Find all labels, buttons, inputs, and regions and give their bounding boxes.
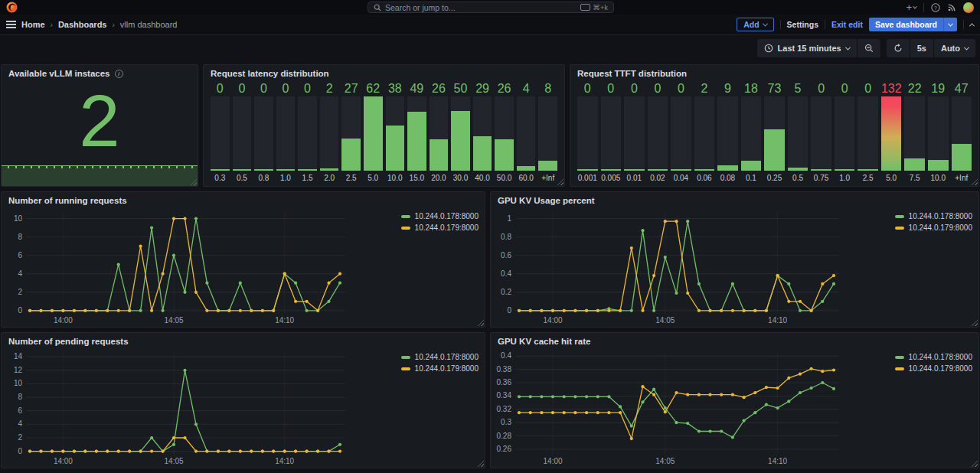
gpu-kv-cache-hit-rate-chart: 0.260.280.30.320.340.360.380.414:0014:05…: [494, 347, 975, 466]
bar-track: [648, 96, 668, 171]
legend-item[interactable]: 10.244.0.179:8000: [401, 223, 479, 232]
panel-title[interactable]: Number of pending requests: [2, 333, 485, 347]
bar-track: [430, 96, 449, 171]
stat-sparkline: [2, 165, 198, 186]
divider: [780, 20, 781, 29]
panel-title[interactable]: GPU KV cache hit rate: [491, 333, 978, 347]
top-nav: Search or jump to... ⌘+k + ?: [0, 0, 980, 15]
bar-track: [952, 96, 972, 171]
svg-text:0.34: 0.34: [497, 391, 512, 400]
bar-fill: [538, 161, 557, 171]
bar-track: [835, 96, 855, 171]
bar-fill: [320, 168, 339, 171]
refresh-mode-picker[interactable]: Auto: [934, 39, 975, 57]
bar-column: 01.0: [835, 81, 855, 183]
bar-fill: [788, 168, 808, 171]
breadcrumb-current[interactable]: vllm dashboard: [120, 20, 178, 29]
save-options-caret[interactable]: [943, 18, 957, 31]
bar-value: 73: [764, 81, 785, 96]
running-requests-chart: 024681014:0014:0514:1010.244.0.178:80001…: [5, 207, 482, 325]
panel-gpu-kv-usage: GPU KV Usage percent 00.20.40.60.8114:00…: [490, 191, 979, 328]
svg-text:14:00: 14:00: [54, 316, 73, 325]
collapse-toolbar-icon[interactable]: [969, 23, 975, 28]
help-icon[interactable]: ?: [931, 3, 940, 12]
bar-column: 180.1: [741, 81, 762, 183]
panel-title[interactable]: GPU KV Usage percent: [491, 192, 978, 206]
legend-series-color: [895, 227, 904, 230]
bar-label: 5.0: [881, 171, 902, 183]
svg-text:0.8: 0.8: [501, 233, 511, 241]
svg-text:14:05: 14:05: [165, 457, 184, 465]
legend-item[interactable]: 10.244.0.179:8000: [895, 223, 972, 232]
legend-item[interactable]: 10.244.0.178:8000: [401, 353, 479, 361]
bar-label: 0.06: [694, 171, 715, 183]
bar-fill: [233, 169, 252, 171]
legend-item[interactable]: 10.244.0.178:8000: [895, 353, 972, 361]
menu-toggle-icon[interactable]: [6, 21, 16, 28]
bar-label: 7.5: [904, 171, 925, 183]
legend-item[interactable]: 10.244.0.178:8000: [401, 212, 479, 220]
settings-button[interactable]: Settings: [787, 20, 818, 29]
divider: [963, 20, 964, 29]
bar-value: 132: [881, 81, 902, 96]
bar-label: 30.0: [451, 171, 470, 183]
bar-track: [694, 96, 715, 171]
add-button[interactable]: Add: [737, 18, 773, 31]
bar-value: 5: [788, 81, 808, 96]
bar-label: 0.005: [601, 171, 622, 183]
legend-series-color: [401, 356, 410, 359]
legend-item[interactable]: 10.244.0.179:8000: [895, 364, 972, 373]
panel-title[interactable]: Request latency distribution: [204, 65, 564, 79]
bar-fill: [276, 169, 296, 171]
legend-item[interactable]: 10.244.0.178:8000: [895, 212, 972, 220]
svg-text:1: 1: [507, 214, 511, 223]
bar-track: [386, 96, 405, 171]
chart-legend: 10.244.0.178:800010.244.0.179:8000: [401, 353, 479, 373]
search-input[interactable]: Search or jump to... ⌘+k: [368, 2, 614, 13]
refresh-interval-label[interactable]: 5s: [910, 39, 933, 57]
news-rss-icon[interactable]: [947, 3, 956, 12]
bar-fill: [904, 158, 925, 171]
legend-series-color: [401, 227, 410, 230]
bar-value: 9: [717, 81, 738, 96]
zoom-out-button[interactable]: [858, 39, 880, 57]
panel-title[interactable]: Number of running requests: [2, 192, 485, 206]
refresh-button[interactable]: [887, 39, 910, 57]
bar-label: 2.5: [858, 171, 878, 183]
bar-column: 22.0: [320, 81, 339, 183]
time-range-picker[interactable]: Last 15 minutes: [757, 39, 857, 57]
svg-text:0.38: 0.38: [497, 365, 512, 374]
bar-label: 0.5: [233, 171, 252, 183]
exit-edit-button[interactable]: Exit edit: [831, 20, 863, 29]
bar-column: 1910.0: [928, 81, 949, 183]
panel-title[interactable]: Request TTFT distribution: [570, 65, 978, 79]
time-controls: Last 15 minutes 5s Auto: [0, 35, 980, 61]
bar-track: [741, 96, 762, 171]
bar-label: 0.8: [254, 171, 273, 183]
grafana-logo-icon[interactable]: [6, 2, 18, 13]
svg-text:0.32: 0.32: [497, 405, 512, 413]
save-dashboard-button[interactable]: Save dashboard: [869, 18, 957, 31]
chart-legend: 10.244.0.178:800010.244.0.179:8000: [895, 212, 972, 232]
bar-label: 10.0: [928, 171, 949, 183]
bar-fill: [601, 169, 622, 171]
bar-column: 4915.0: [407, 81, 426, 183]
legend-series-label: 10.244.0.178:8000: [909, 353, 972, 361]
legend-item[interactable]: 10.244.0.179:8000: [401, 364, 479, 373]
bar-value: 22: [904, 81, 925, 96]
breadcrumb-home[interactable]: Home: [21, 20, 45, 29]
add-menu-button[interactable]: +: [906, 2, 916, 12]
legend-series-label: 10.244.0.178:8000: [415, 353, 479, 361]
chevron-down-icon: [948, 21, 953, 26]
bar-value: 0: [276, 81, 296, 96]
bar-fill: [952, 144, 972, 171]
bar-fill: [517, 166, 536, 171]
user-avatar[interactable]: [963, 2, 974, 13]
svg-text:0.4: 0.4: [501, 269, 511, 278]
bar-column: 00.01: [624, 81, 645, 183]
latency-bar-gauge: 00.300.500.801.001.522.0272.5625.03810.0…: [204, 79, 564, 186]
svg-text:10: 10: [14, 214, 23, 223]
breadcrumb-toolbar: Home › Dashboards › vllm dashboard Add S…: [0, 15, 980, 35]
bar-track: [276, 96, 296, 171]
breadcrumb-dashboards[interactable]: Dashboards: [58, 20, 107, 29]
